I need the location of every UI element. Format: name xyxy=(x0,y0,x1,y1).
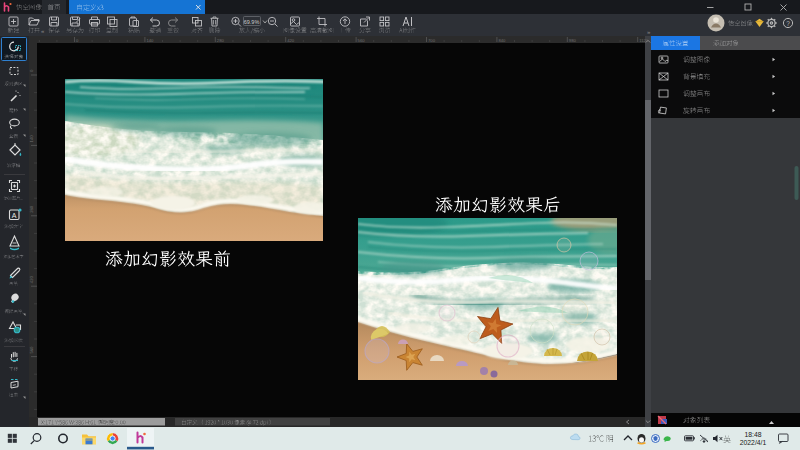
svg-text:18:48: 18:48 xyxy=(744,431,761,438)
svg-text:2022/4/1: 2022/4/1 xyxy=(740,439,767,446)
